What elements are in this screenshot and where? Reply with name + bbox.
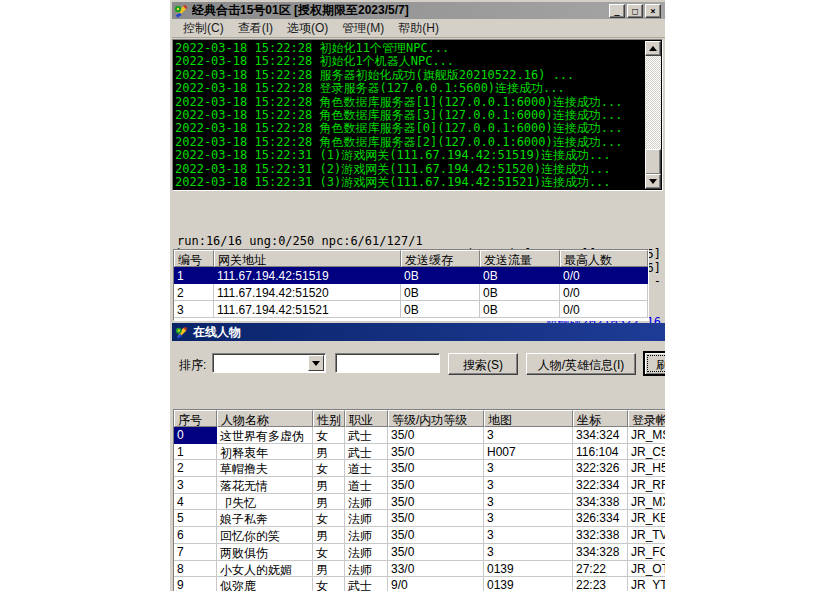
- console-scrollbar[interactable]: [645, 41, 661, 189]
- character-rows: 0 这世界有多虚伪 女 武士 35/0 3 334:324 JR_MSH 1 初…: [174, 427, 665, 591]
- character-table: 序号人物名称性别职业等级/内功等级地图坐标登录帐号 0 这世界有多虚伪 女 武士…: [173, 409, 665, 591]
- char-coords-cell: 322:334: [573, 477, 628, 494]
- log-line: 2022-03-18 15:22:28 角色数据库服务器[0](127.0.0.…: [175, 122, 645, 135]
- log-line: 2022-03-18 15:22:28 角色数据库服务器[2](127.0.0.…: [175, 136, 645, 149]
- scroll-up-icon[interactable]: [645, 41, 661, 56]
- char-seq-cell: 3: [174, 477, 217, 494]
- char-account-cell: JR_H56: [628, 460, 665, 477]
- char-row[interactable]: 1 初释衷年 男 武士 35/0 H007 116:104 JR_C5R: [174, 444, 665, 461]
- char-row[interactable]: 2 草帽撸夫 女 道士 35/0 3 322:326 JR_H56: [174, 460, 665, 477]
- char-row[interactable]: 8 小女人的妩媚 男 法师 33/0 0139 27:22 JR_OTG: [174, 561, 665, 578]
- char-coords-cell: 322:326: [573, 460, 628, 477]
- char-class-cell: 法师: [345, 494, 388, 511]
- char-name-cell: 似弥鹿: [217, 577, 313, 591]
- sort-select[interactable]: [212, 353, 326, 373]
- gateway-column-header[interactable]: 编号: [174, 250, 214, 267]
- log-lines: 2022-03-18 15:22:28 初始化11个管理NPC...2022-0…: [175, 42, 645, 189]
- char-gender-cell: 女: [313, 577, 345, 591]
- char-row[interactable]: 5 娘子私奔 女 法师 35/0 3 326:334 JR_KBA: [174, 510, 665, 527]
- log-line: 2022-03-18 15:22:28 初始化1个机器人NPC...: [175, 55, 645, 68]
- char-coords-cell: 334:328: [573, 544, 628, 561]
- character-column-header[interactable]: 职业: [345, 410, 388, 427]
- char-gender-cell: 女: [313, 460, 345, 477]
- character-column-header[interactable]: 人物名称: [217, 410, 313, 427]
- char-account-cell: JR_OTG: [628, 561, 665, 578]
- char-map-cell: 3: [484, 494, 573, 511]
- character-column-header[interactable]: 登录帐号: [628, 410, 665, 427]
- title-bar[interactable]: 经典合击15号01区 [授权期限至2023/5/7] _ □ ×: [172, 2, 665, 19]
- char-class-cell: 法师: [345, 510, 388, 527]
- character-column-header[interactable]: 坐标: [573, 410, 628, 427]
- char-gender-cell: 男: [313, 494, 345, 511]
- char-row[interactable]: 7 两败俱伤 女 法师 35/0 3 334:328 JR_FOP: [174, 544, 665, 561]
- char-level-cell: 35/0: [388, 427, 484, 444]
- gateway-send-buffer-cell: 0B: [401, 267, 480, 284]
- char-coords-cell: 116:104: [573, 444, 628, 461]
- char-account-cell: JR_MSH: [628, 427, 665, 444]
- menu-item[interactable]: 查看(I): [231, 18, 280, 39]
- char-name-cell: 小女人的妩媚: [217, 561, 313, 578]
- gateway-row[interactable]: 1 111.67.194.42:51519 0B 0B 0/0: [174, 267, 648, 284]
- char-class-cell: 武士: [345, 444, 388, 461]
- char-level-cell: 35/0: [388, 460, 484, 477]
- gateway-send-buffer-cell: 0B: [401, 284, 480, 301]
- menu-item[interactable]: 管理(M): [335, 18, 391, 39]
- char-level-cell: 35/0: [388, 510, 484, 527]
- char-name-cell: 卩失忆: [217, 494, 313, 511]
- gateway-row[interactable]: 2 111.67.194.42:51520 0B 0B 0/0: [174, 284, 648, 301]
- char-level-cell: 35/0: [388, 477, 484, 494]
- menu-item[interactable]: 帮助(H): [391, 18, 446, 39]
- log-line: 2022-03-18 15:22:28 登录服务器(127.0.0.1:5600…: [175, 82, 645, 95]
- char-seq-cell: 4: [174, 494, 217, 511]
- hero-info-button[interactable]: 人物/英雄信息(I): [526, 353, 636, 375]
- gateway-column-header[interactable]: 网关地址: [214, 250, 401, 267]
- sort-label: 排序:: [179, 357, 206, 374]
- char-account-cell: JR_FOP: [628, 544, 665, 561]
- character-column-header[interactable]: 等级/内功等级: [388, 410, 484, 427]
- char-account-cell: JR_C5R: [628, 444, 665, 461]
- search-input[interactable]: [335, 353, 440, 373]
- maximize-button[interactable]: □: [627, 4, 643, 18]
- char-coords-cell: 27:22: [573, 561, 628, 578]
- char-class-cell: 法师: [345, 544, 388, 561]
- char-gender-cell: 女: [313, 510, 345, 527]
- gateway-column-header[interactable]: 发送缓存: [401, 250, 480, 267]
- character-column-header[interactable]: 地图: [484, 410, 573, 427]
- char-gender-cell: 女: [313, 544, 345, 561]
- char-seq-cell: 9: [174, 577, 217, 591]
- search-button[interactable]: 搜索(S): [448, 353, 518, 375]
- character-column-header[interactable]: 序号: [174, 410, 217, 427]
- char-map-cell: 3: [484, 460, 573, 477]
- char-account-cell: JR_KBA: [628, 510, 665, 527]
- char-coords-cell: 334:338: [573, 494, 628, 511]
- scroll-down-icon[interactable]: [645, 174, 661, 189]
- gateway-table: 编号网关地址发送缓存发送流量最高人数 1 111.67.194.42:51519…: [173, 249, 649, 321]
- close-button[interactable]: ×: [645, 4, 661, 18]
- gateway-id-cell: 1: [174, 267, 214, 284]
- char-row[interactable]: 6 回忆你的笑 男 法师 35/0 3 332:338 JR_TVC: [174, 527, 665, 544]
- menu-item[interactable]: 控制(C): [176, 18, 231, 39]
- chevron-down-icon[interactable]: [308, 355, 324, 371]
- char-map-cell: 3: [484, 510, 573, 527]
- scrollbar-thumb[interactable]: [645, 149, 661, 175]
- char-seq-cell: 8: [174, 561, 217, 578]
- character-column-header[interactable]: 性别: [313, 410, 345, 427]
- char-row[interactable]: 0 这世界有多虚伪 女 武士 35/0 3 334:324 JR_MSH: [174, 427, 665, 444]
- char-row[interactable]: 3 落花无情 男 道士 35/0 3 322:334 JR_RR7: [174, 477, 665, 494]
- gateway-address-cell: 111.67.194.42:51520: [214, 284, 401, 301]
- section-title: 在线人物: [193, 324, 241, 341]
- gateway-column-header[interactable]: 发送流量: [480, 250, 560, 267]
- menu-item[interactable]: 选项(O): [280, 18, 335, 39]
- gateway-send-traffic-cell: 0B: [480, 301, 560, 318]
- char-row[interactable]: 4 卩失忆 男 法师 35/0 3 334:338 JR_MX1: [174, 494, 665, 511]
- char-class-cell: 武士: [345, 427, 388, 444]
- char-row[interactable]: 9 似弥鹿 女 武士 9/0 0139 22:23 JR_YT6: [174, 577, 665, 591]
- char-gender-cell: 男: [313, 444, 345, 461]
- gateway-column-header[interactable]: 最高人数: [560, 250, 648, 267]
- character-table-header: 序号人物名称性别职业等级/内功等级地图坐标登录帐号: [174, 410, 665, 427]
- char-level-cell: 35/0: [388, 444, 484, 461]
- gateway-row[interactable]: 3 111.67.194.42:51521 0B 0B 0/0: [174, 301, 648, 318]
- minimize-button[interactable]: _: [609, 4, 625, 18]
- refresh-button[interactable]: 刷新(R): [643, 351, 665, 376]
- gateway-max-players-cell: 0/0: [560, 267, 648, 284]
